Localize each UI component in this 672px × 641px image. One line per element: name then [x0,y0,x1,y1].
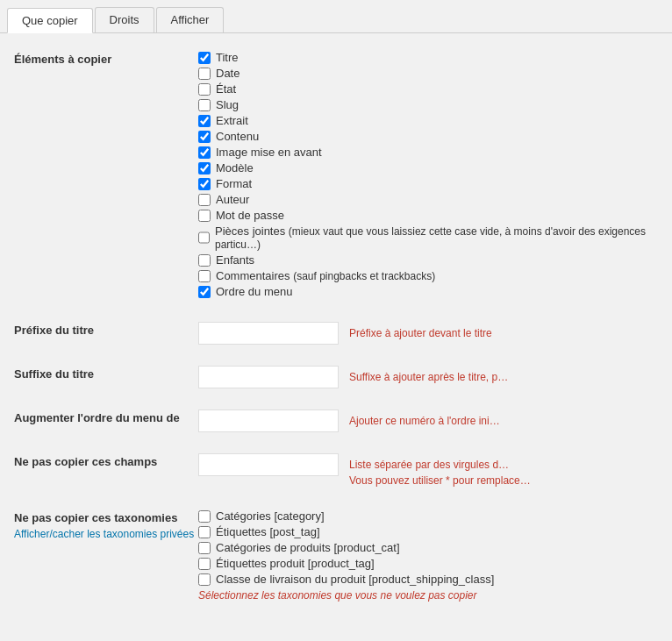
checkbox-contenu-label[interactable]: Contenu [216,130,259,143]
checkbox-tax-prodtag-input[interactable] [198,558,211,570]
taxo-toggle-link[interactable]: Afficher/cacher les taxonomies privées [14,528,198,540]
checkbox-enfants-label[interactable]: Enfants [216,253,254,267]
checkbox-auteur-label[interactable]: Auteur [216,193,249,206]
checkbox-titre-input[interactable] [198,52,211,64]
checkbox-pieces-label[interactable]: Pièces jointes (mieux vaut que vous lais… [215,224,658,251]
checkboxes-group: Titre Date État Slug Extrait [198,51,658,301]
checkbox-modele-input[interactable] [198,162,211,174]
checkbox-tax-prodcat-input[interactable] [198,542,211,554]
elements-label: Éléments à copier [14,51,198,66]
checkbox-tax-shipping: Classe de livraison du produit [product_… [198,573,658,586]
ne-pas-champs-section: Ne pas copier ces champs Liste séparée p… [14,453,658,488]
checkbox-contenu-input[interactable] [198,131,211,143]
checkbox-tax-prodcat-label[interactable]: Catégories de produits [product_cat] [216,541,400,554]
checkbox-commentaires: Commentaires (sauf pingbacks et trackbac… [198,269,658,282]
prefixe-help: Préfixe à ajouter devant le titre [349,322,492,341]
ne-pas-champs-help: Liste séparée par des virgules d… Vous p… [349,453,531,488]
prefixe-row-input: Préfixe à ajouter devant le titre [198,322,492,345]
checkbox-pieces-input[interactable] [198,231,210,244]
checkbox-etat-label[interactable]: État [216,82,236,96]
tab-que-copier[interactable]: Que copier [7,8,93,33]
checkbox-enfants: Enfants [198,253,658,267]
checkbox-auteur: Auteur [198,193,658,206]
checkbox-pieces: Pièces jointes (mieux vaut que vous lais… [198,224,658,251]
checkbox-ordre-input[interactable] [198,286,211,298]
checkbox-tax-prodcat: Catégories de produits [product_cat] [198,541,658,554]
checkbox-date-input[interactable] [198,68,211,80]
checkbox-extrait-input[interactable] [198,115,211,127]
augmenter-row-input: Ajouter ce numéro à l'ordre ini… [198,410,500,432]
checkbox-extrait-label[interactable]: Extrait [216,114,248,127]
augmenter-section: Augmenter l'ordre du menu de Ajouter ce … [14,410,658,432]
taxonomies-note: Sélectionnez les taxonomies que vous ne … [198,589,658,602]
prefixe-input[interactable] [198,322,339,345]
checkbox-mdp: Mot de passe [198,209,658,222]
checkbox-tax-cat: Catégories [category] [198,509,658,523]
tab-bar: Que copier Droits Afficher [0,0,672,33]
checkbox-tax-shipping-label[interactable]: Classe de livraison du produit [product_… [216,573,494,586]
checkbox-mdp-input[interactable] [198,210,211,222]
prefixe-section: Préfixe du titre Préfixe à ajouter devan… [14,322,658,345]
checkbox-mdp-label[interactable]: Mot de passe [216,209,284,222]
checkbox-date: Date [198,67,658,80]
checkbox-modele-label[interactable]: Modèle [216,161,254,174]
checkbox-ordre: Ordre du menu [198,285,658,298]
checkbox-tax-tag-input[interactable] [198,526,211,538]
suffixe-row-input: Suffixe à ajouter après le titre, p… [198,366,508,388]
prefixe-label: Préfixe du titre [14,322,198,337]
ne-pas-champs-row-input: Liste séparée par des virgules d… Vous p… [198,453,531,488]
checkbox-image: Image mise en avant [198,146,658,159]
main-container: Que copier Droits Afficher Éléments à co… [0,0,672,641]
tab-droits[interactable]: Droits [95,7,154,32]
checkbox-slug-input[interactable] [198,99,211,111]
elements-section: Éléments à copier Titre Date État Slug [14,51,658,301]
checkbox-image-label[interactable]: Image mise en avant [216,146,322,159]
checkbox-ordre-label[interactable]: Ordre du menu [216,285,292,298]
augmenter-input[interactable] [198,410,339,432]
checkbox-titre: Titre [198,51,658,64]
checkbox-format: Format [198,177,658,190]
checkbox-format-input[interactable] [198,178,211,190]
checkbox-tax-tag: Étiquettes [post_tag] [198,525,658,538]
checkbox-extrait: Extrait [198,114,658,127]
checkbox-format-label[interactable]: Format [216,177,252,190]
tab-afficher[interactable]: Afficher [156,7,225,32]
checkbox-tax-prodtag: Étiquettes produit [product_tag] [198,557,658,570]
checkbox-titre-label[interactable]: Titre [216,51,239,64]
checkbox-auteur-input[interactable] [198,194,211,206]
suffixe-help: Suffixe à ajouter après le titre, p… [349,366,508,385]
checkbox-etat-input[interactable] [198,83,211,96]
checkbox-tax-prodtag-label[interactable]: Étiquettes produit [product_tag] [216,557,375,570]
suffixe-section: Suffixe du titre Suffixe à ajouter après… [14,366,658,388]
suffixe-label: Suffixe du titre [14,366,198,381]
checkbox-slug-label[interactable]: Slug [216,98,239,111]
checkbox-etat: État [198,82,658,96]
taxonomies-group: Catégories [category] Étiquettes [post_t… [198,509,658,602]
checkbox-modele: Modèle [198,161,658,174]
checkbox-image-input[interactable] [198,146,211,159]
ne-pas-taxo-section: Ne pas copier ces taxonomies Afficher/ca… [14,509,658,602]
commentaires-note: (sauf pingbacks et trackbacks) [293,270,435,282]
checkbox-enfants-input[interactable] [198,254,211,267]
checkbox-commentaires-input[interactable] [198,270,211,282]
ne-pas-taxo-label: Ne pas copier ces taxonomies Afficher/ca… [14,509,198,540]
tab-content: Éléments à copier Titre Date État Slug [0,33,672,640]
checkbox-date-label[interactable]: Date [216,67,239,80]
pieces-note: (mieux vaut que vous laissiez cette case… [215,225,646,251]
ne-pas-champs-label: Ne pas copier ces champs [14,453,198,468]
checkbox-tax-cat-label[interactable]: Catégories [category] [216,509,325,523]
augmenter-label: Augmenter l'ordre du menu de [14,410,198,424]
augmenter-help: Ajouter ce numéro à l'ordre ini… [349,410,500,429]
checkbox-tax-tag-label[interactable]: Étiquettes [post_tag] [216,525,320,538]
suffixe-input[interactable] [198,366,339,388]
checkbox-tax-cat-input[interactable] [198,510,211,523]
ne-pas-champs-input[interactable] [198,453,339,476]
checkbox-slug: Slug [198,98,658,111]
checkbox-commentaires-label[interactable]: Commentaires (sauf pingbacks et trackbac… [216,269,435,282]
checkbox-contenu: Contenu [198,130,658,143]
checkbox-tax-shipping-input[interactable] [198,573,211,586]
